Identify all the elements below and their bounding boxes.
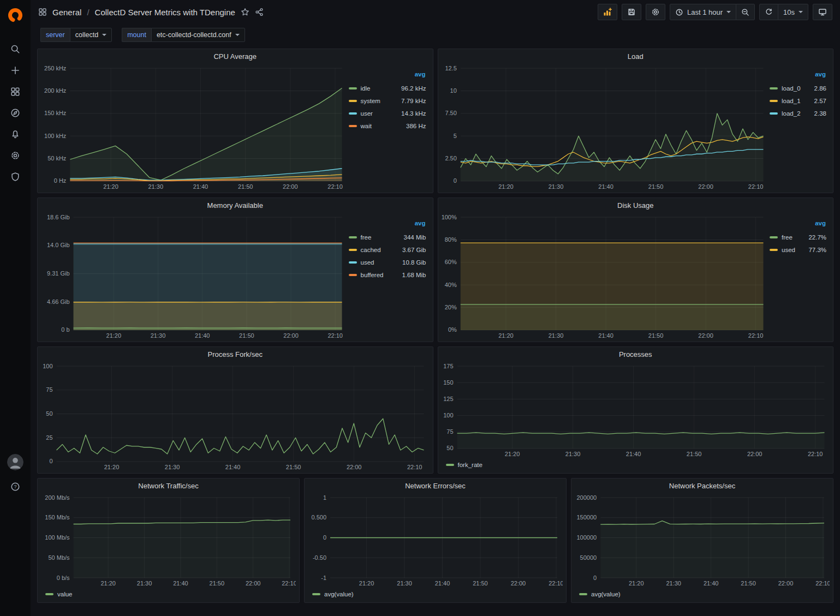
network-packets-chart[interactable]: 05000010000015000020000021:2021:3021:402… [574,493,830,588]
svg-text:100: 100 [443,412,453,418]
legend-item-cached[interactable]: cached3.67 Gib [349,243,426,256]
network-packets-chart-area[interactable]: 05000010000015000020000021:2021:3021:402… [574,493,830,588]
processes-chart-area[interactable]: 507510012515017521:2021:3021:4021:5022:0… [440,361,830,459]
legend-item-load_0[interactable]: load_02.86 [770,82,826,94]
panel-title[interactable]: Disk Usage [438,198,833,212]
refresh-button[interactable] [759,4,778,20]
svg-text:-0.50: -0.50 [313,554,326,561]
dashboard-grid-button[interactable] [38,8,47,16]
legend-avg-header: avg [349,220,426,231]
disk-chart-area[interactable]: 0%20%40%60%80%100%21:2021:3021:4021:5022… [440,212,769,340]
svg-text:21:40: 21:40 [435,580,450,587]
legend-item-used[interactable]: used10.8 Gib [349,256,426,268]
svg-text:21:20: 21:20 [106,332,122,339]
zoom-out-button[interactable] [736,4,755,20]
svg-text:21:20: 21:20 [629,580,644,587]
panel-title[interactable]: Memory Available [38,198,433,212]
svg-text:75: 75 [46,386,52,393]
legend-item-idle[interactable]: idle96.2 kHz [349,82,426,94]
svg-text:21:40: 21:40 [225,464,241,470]
panel-title[interactable]: Processes [438,347,833,361]
sidebar-item-search[interactable] [4,38,26,59]
legend-series-name: avg(value) [324,591,354,597]
series-color-swatch [349,125,357,127]
refresh-interval-picker[interactable]: 10s [778,4,808,20]
legend-item-system[interactable]: system7.79 kHz [349,94,426,107]
cpu-chart[interactable]: 0 Hz50 kHz100 kHz150 kHz200 kHz250 kHz21… [40,63,348,192]
legend-item-fork_rate[interactable]: fork_rate [446,460,482,470]
panel-network-traffic: Network Traffic/sec 0 b/s50 Mb/s100 Mb/s… [37,478,300,603]
load-chart[interactable]: 02.5057.501012.521:2021:3021:4021:5022:0… [440,63,769,192]
panel-title[interactable]: CPU Average [38,49,433,63]
panel-title[interactable]: Network Errors/sec [305,479,566,493]
svg-text:150 Mb/s: 150 Mb/s [45,514,70,521]
processes-chart[interactable]: 507510012515017521:2021:3021:4021:5022:0… [440,361,830,459]
series-color-swatch [45,593,53,595]
svg-text:21:20: 21:20 [359,580,374,587]
dashboard-title[interactable]: CollectD Server Metrics with TDengine [95,8,235,17]
variable-server[interactable]: server collectd [40,28,112,42]
sidebar-item-dashboards[interactable] [4,81,26,102]
fork-chart[interactable]: 025507510021:2021:3021:4021:5022:0022:10 [40,361,430,472]
cycle-view-button[interactable] [813,4,832,20]
memory-chart-area[interactable]: 0 b4.66 Gib9.31 Gib14.0 Gib18.6 Gib21:20… [40,212,348,340]
network-traffic-chart[interactable]: 0 b/s50 Mb/s100 Mb/s150 Mb/s200 Mb/s21:2… [40,493,296,588]
sidebar-item-create[interactable] [4,59,26,81]
legend-item-used[interactable]: used77.3% [770,243,826,256]
sidebar-item-explore[interactable] [4,102,26,123]
svg-text:22:00: 22:00 [747,451,762,457]
memory-chart[interactable]: 0 b4.66 Gib9.31 Gib14.0 Gib18.6 Gib21:20… [40,212,348,340]
sidebar-item-configuration[interactable] [4,145,26,166]
user-avatar[interactable] [7,454,23,470]
gear-icon [651,8,660,16]
series-color-swatch [579,593,587,595]
legend-item-load_1[interactable]: load_12.57 [770,94,826,107]
variable-mount[interactable]: mount etc-collectd-collectd.conf [122,28,245,42]
star-button[interactable] [241,8,249,16]
breadcrumb-section[interactable]: General [52,8,81,17]
cpu-chart-area[interactable]: 0 Hz50 kHz100 kHz150 kHz200 kHz250 kHz21… [40,63,348,192]
legend-item-user[interactable]: user14.3 kHz [349,107,426,119]
grafana-logo[interactable] [4,4,26,26]
legend-item-avg(value)[interactable]: avg(value) [312,589,354,599]
svg-text:2.50: 2.50 [445,155,456,162]
panel-title[interactable]: Network Traffic/sec [38,479,299,493]
sidebar-item-server-admin[interactable] [4,166,26,187]
sidebar-item-help[interactable]: ? [4,476,26,497]
dashboard-grid: CPU Average 0 Hz50 kHz100 kHz150 kHz200 … [31,49,840,616]
legend-item-free[interactable]: free344 Mib [349,231,426,243]
panel-body: 0 b4.66 Gib9.31 Gib14.0 Gib18.6 Gib21:20… [38,212,433,342]
svg-text:21:20: 21:20 [100,580,116,587]
legend-item-avg(value)[interactable]: avg(value) [579,589,621,599]
panel-title[interactable]: Load [438,49,833,63]
time-picker-group: Last 1 hour [670,4,755,20]
network-errors-chart[interactable]: -1-0.5000.500121:2021:3021:4021:5022:002… [307,493,563,588]
legend-item-free[interactable]: free22.7% [770,231,826,243]
panel-processes: Processes 507510012515017521:2021:3021:4… [438,346,834,474]
save-dashboard-button[interactable] [622,4,641,20]
dashboard-settings-button[interactable] [646,4,665,20]
legend-item-wait[interactable]: wait386 Hz [349,119,426,132]
network-packets-legend: avg(value) [571,589,833,602]
panel-title[interactable]: Network Packets/sec [571,479,833,493]
network-traffic-chart-area[interactable]: 0 b/s50 Mb/s100 Mb/s150 Mb/s200 Mb/s21:2… [40,493,296,588]
network-errors-chart-area[interactable]: -1-0.5000.500121:2021:3021:4021:5022:002… [307,493,563,588]
variable-server-value[interactable]: collectd [70,28,112,42]
legend-item-value[interactable]: value [45,589,73,599]
sidebar-item-alerting[interactable] [4,123,26,145]
load-chart-area[interactable]: 02.5057.501012.521:2021:3021:4021:5022:0… [440,63,769,192]
legend-item-load_2[interactable]: load_22.38 [770,107,826,119]
caret-down-icon [726,11,731,13]
add-panel-button[interactable] [598,4,617,20]
time-range-picker[interactable]: Last 1 hour [670,4,736,20]
dashboards-grid-icon [10,87,20,97]
panel-title[interactable]: Process Fork/sec [38,347,433,361]
share-button[interactable] [255,8,264,16]
variable-mount-value[interactable]: etc-collectd-collectd.conf [151,28,245,42]
legend-item-buffered[interactable]: buffered1.68 Mib [349,268,426,281]
refresh-group: 10s [759,4,808,20]
legend-series-value: 14.3 kHz [401,110,426,117]
fork-chart-area[interactable]: 025507510021:2021:3021:4021:5022:0022:10 [40,361,430,472]
disk-chart[interactable]: 0%20%40%60%80%100%21:2021:3021:4021:5022… [440,212,769,340]
legend-series-value: 96.2 kHz [401,85,426,92]
